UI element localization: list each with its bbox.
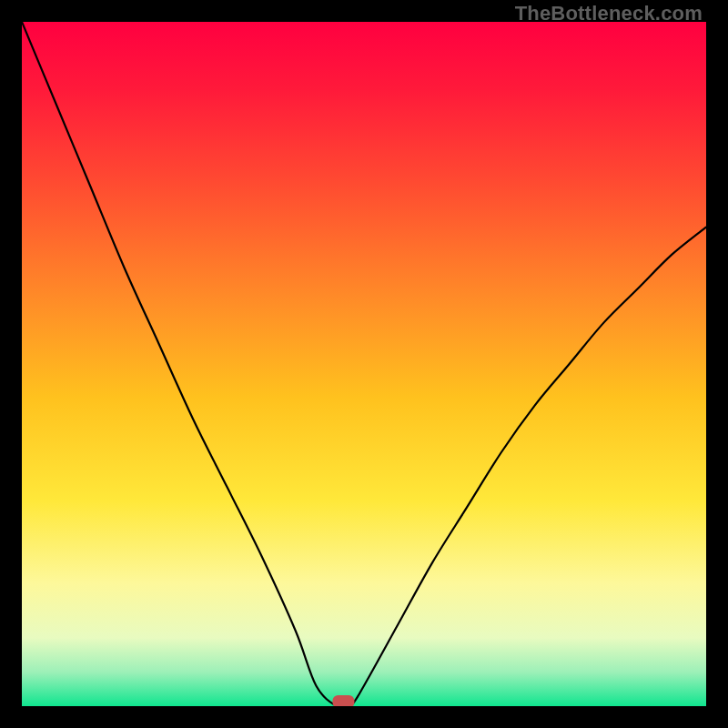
chart-frame: TheBottleneck.com xyxy=(0,0,728,728)
optimum-marker xyxy=(332,695,354,706)
bottleneck-chart xyxy=(22,22,706,706)
gradient-background xyxy=(22,22,706,706)
plot-area xyxy=(22,22,706,706)
